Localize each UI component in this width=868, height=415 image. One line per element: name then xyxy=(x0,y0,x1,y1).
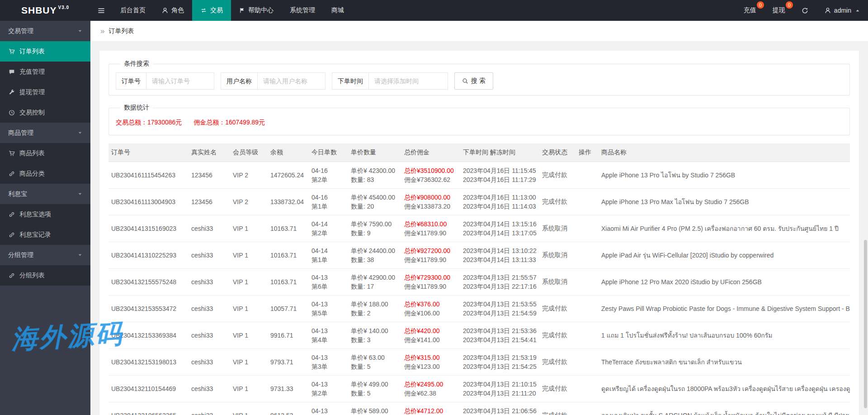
sidebar-item-label: 利息宝选项 xyxy=(19,210,51,219)
sidebar-item-label: 商品列表 xyxy=(19,149,45,157)
person-icon xyxy=(162,7,168,14)
table-row: UB2304132153369384ceshi33VIP 19916.7104-… xyxy=(108,322,850,348)
search-field-label-order-time: 下单时间 xyxy=(332,72,369,90)
recharge-button[interactable]: 充值 0 xyxy=(736,0,764,21)
cell-order-no: UB2304132153369384 xyxy=(108,322,189,348)
cell-order-times: 2023年04月13日 21:06:562023年04月13日 21:08:05 xyxy=(460,402,539,415)
search-button-label: 搜 索 xyxy=(471,77,486,85)
sidebar-item-trade-control[interactable]: 交易控制 xyxy=(0,102,90,123)
refresh-button[interactable] xyxy=(793,0,816,21)
stats-line: 交易总额：17930086元 佣金总额：1607499.89元 xyxy=(116,116,843,129)
search-button[interactable]: 搜 索 xyxy=(454,72,493,90)
sidebar-item-goods-category[interactable]: 商品分类 xyxy=(0,163,90,184)
sidebar-item-recharge-management[interactable]: 充值管理 xyxy=(0,62,90,82)
cell-product-name: กางเกงเดินป่า ขาสั้น S.ARCHON ผ้าแห้งเร็… xyxy=(599,402,850,415)
cell-total-commission: 总价¥4712.00佣金¥117.80 xyxy=(401,402,460,415)
cell-actions xyxy=(576,162,599,188)
nav-item-system[interactable]: 系统管理 xyxy=(282,0,323,21)
vertical-scrollbar[interactable] xyxy=(864,240,867,408)
nav-item-help[interactable]: 帮助中心 xyxy=(231,0,282,21)
table-row: UB2304132153553472ceshi33VIP 110057.7104… xyxy=(108,295,850,322)
cell-trade-status: 完成付款 xyxy=(539,348,576,375)
cell-real-name: ceshi33 xyxy=(189,402,230,415)
nav-item-label: 后台首页 xyxy=(120,6,146,14)
cell-order-no: UB2304132153198013 xyxy=(108,348,189,375)
sidebar-group-toggle-goods-management[interactable]: 商品管理 xyxy=(0,123,90,143)
sidebar-item-interest-records[interactable]: 利息宝记录 xyxy=(0,224,90,245)
app-logo[interactable]: SHBUY V3.0 xyxy=(0,0,90,21)
sidebar-item-goods-list[interactable]: 商品列表 xyxy=(0,143,90,163)
cell-actions xyxy=(576,242,599,268)
sidebar-item-label: 提现管理 xyxy=(19,88,45,96)
cell-order-times: 2023年04月13日 21:53:552023年04月13日 21:54:59 xyxy=(460,295,539,322)
cart-icon xyxy=(8,150,15,157)
cell-product-name: Apple iPhone 13 Pro ไอโฟน by Studio 7 25… xyxy=(599,162,850,188)
cell-balance: 9613.53 xyxy=(268,402,309,415)
cell-today-count: 04-14第1单 xyxy=(309,242,348,268)
column-header-trade-status: 交易状态 xyxy=(539,143,576,162)
cell-product-name: ดูดเหรียญได้ เครื่องดูดฝุ่นในรถ 18000PA … xyxy=(599,375,850,402)
sidebar-group-toggle-group-management[interactable]: 分组管理 xyxy=(0,245,90,265)
nav-item-trade[interactable]: 交易 xyxy=(192,0,231,21)
sidebar-toggle-button[interactable] xyxy=(90,0,112,21)
cell-balance: 1472605.24 xyxy=(268,162,309,188)
content-area: 条件搜索 订单号用户名称下单时间搜 索 数据统计 交易总额：17930086元 … xyxy=(90,42,868,415)
sidebar-group-toggle-interest-treasure[interactable]: 利息宝 xyxy=(0,184,90,204)
sidebar-item-group-list[interactable]: 分组列表 xyxy=(0,265,90,286)
cell-order-no: UB2304132155575248 xyxy=(108,268,189,295)
cell-balance: 10163.71 xyxy=(268,215,309,242)
nav-item-label: 系统管理 xyxy=(290,6,315,14)
cell-order-no: UB2304141310225293 xyxy=(108,242,189,268)
cell-order-times: 2023年04月13日 21:53:192023年04月13日 21:54:25 xyxy=(460,348,539,375)
user-menu[interactable]: admin xyxy=(816,0,868,21)
cell-balance: 9793.71 xyxy=(268,348,309,375)
cell-real-name: ceshi33 xyxy=(189,215,230,242)
username-input[interactable] xyxy=(258,72,326,90)
cell-today-count: 04-13第5单 xyxy=(309,295,348,322)
sidebar-item-order-list[interactable]: 订单列表 xyxy=(0,41,90,62)
column-header-price-qty: 单价数量 xyxy=(348,143,401,162)
exchange-icon xyxy=(200,7,207,14)
main-area: » 订单列表 条件搜索 订单号用户名称下单时间搜 索 数据统计 交易总额：179… xyxy=(90,21,868,415)
cell-order-times: 2023年04月13日 21:10:152023年04月13日 21:11:20 xyxy=(460,375,539,402)
nav-item-mall[interactable]: 商城 xyxy=(323,0,352,21)
nav-item-label: 商城 xyxy=(331,6,344,14)
cell-order-no: UB2304161115454263 xyxy=(108,162,189,188)
cell-actions xyxy=(576,188,599,215)
cell-price-qty: 单价¥ 42300.00数量: 83 xyxy=(348,162,401,188)
sidebar-item-label: 订单列表 xyxy=(19,48,45,56)
orders-table: 订单号真实姓名会员等级余额今日单数单价数量总价佣金下单时间 解冻时间交易状态操作… xyxy=(108,143,850,415)
cell-total-commission: 总价¥2495.00佣金¥62.38 xyxy=(401,375,460,402)
withdraw-button[interactable]: 提现 0 xyxy=(764,0,793,21)
cell-total-commission: 总价¥729300.00佣金¥11789.90 xyxy=(401,268,460,295)
sidebar-group-group-management: 分组管理分组列表 xyxy=(0,245,90,286)
sidebar-item-interest-options[interactable]: 利息宝选项 xyxy=(0,204,90,224)
cell-trade-status: 完成付款 xyxy=(539,295,576,322)
nav-item-home[interactable]: 后台首页 xyxy=(112,0,154,21)
nav-item-roles[interactable]: 角色 xyxy=(154,0,192,21)
cell-trade-status: 系统取消 xyxy=(539,215,576,242)
order-list-card: 条件搜索 订单号用户名称下单时间搜 索 数据统计 交易总额：17930086元 … xyxy=(99,51,859,415)
cell-total-commission: 总价¥3510900.00佣金¥736302.62 xyxy=(401,162,460,188)
order-no-input[interactable] xyxy=(146,72,214,90)
main-nav: 后台首页角色交易帮助中心系统管理商城 xyxy=(112,0,736,21)
cell-real-name: ceshi33 xyxy=(189,268,230,295)
sidebar-group-interest-treasure: 利息宝利息宝选项利息宝记录 xyxy=(0,184,90,245)
top-navbar: SHBUY V3.0 后台首页角色交易帮助中心系统管理商城 充值 0 提现 0 … xyxy=(0,0,868,21)
chat-icon xyxy=(8,69,15,75)
breadcrumb: » 订单列表 xyxy=(90,21,868,42)
column-header-today-count: 今日单数 xyxy=(309,143,348,162)
cell-vip-level: VIP 1 xyxy=(230,295,268,322)
table-row: UB2304132106562365ceshi33VIP 19613.5304-… xyxy=(108,402,850,415)
cell-order-no: UB2304132106562365 xyxy=(108,402,189,415)
cell-real-name: 123456 xyxy=(189,162,230,188)
cell-product-name: Apple iPhone 13 Pro Max ไอโฟน by Studio … xyxy=(599,188,850,215)
order-time-input[interactable] xyxy=(369,72,448,90)
cell-vip-level: VIP 2 xyxy=(230,188,268,215)
sidebar-item-withdraw-management[interactable]: 提现管理 xyxy=(0,82,90,102)
stats-legend: 数据统计 xyxy=(120,104,153,112)
sidebar-group-toggle-trade-management[interactable]: 交易管理 xyxy=(0,21,90,41)
cell-balance: 1338732.04 xyxy=(268,188,309,215)
table-row: UB2304161115454263123456VIP 21472605.240… xyxy=(108,162,850,188)
caret-up-icon xyxy=(855,9,860,13)
